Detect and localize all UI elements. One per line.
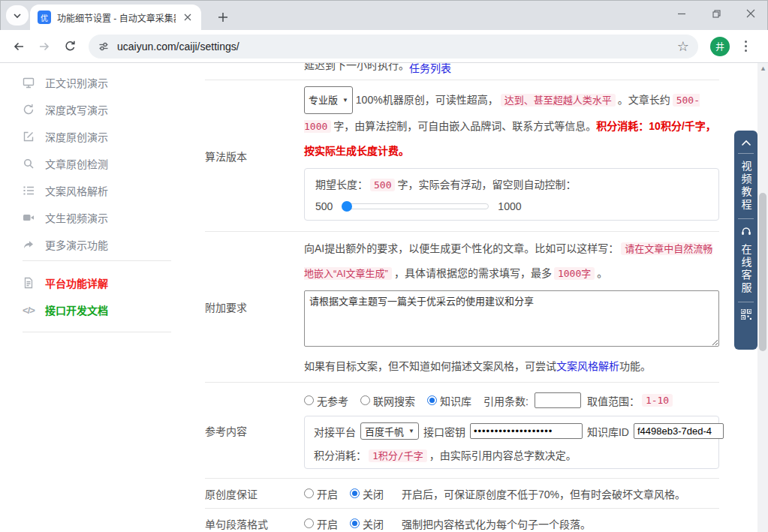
profile-avatar[interactable]: 井: [710, 37, 730, 56]
reload-button[interactable]: [57, 34, 83, 59]
row-extra-requirements: 附加要求 向AI提出额外的要求，以便生成更个性化的文章。比如可以这样写：请在文章…: [205, 232, 719, 383]
quote-count-input[interactable]: [535, 392, 581, 408]
sidebar-item-deep-original[interactable]: 深度原创演示: [23, 123, 171, 150]
reference-mode-radios: 无参考 联网搜索 知识库 引用条数: 取值范围：1-10: [304, 392, 719, 408]
url-text[interactable]: ucaiyun.com/caiji/settings/: [117, 41, 677, 53]
length-slider[interactable]: [342, 203, 489, 209]
highlight-max-chars: 1000字: [554, 267, 595, 280]
edit-icon: [23, 131, 35, 143]
slider-thumb[interactable]: [342, 201, 352, 212]
browser-tab[interactable]: 优 功能细节设置 - 自动文章采集器: [30, 5, 201, 30]
task-list-link[interactable]: 任务列表: [409, 63, 451, 74]
video-camera-icon: [23, 212, 35, 224]
refresh-icon: [23, 104, 35, 116]
search-icon: [23, 158, 35, 170]
highlight-range: 1-10: [642, 394, 673, 407]
sidebar: 正文识别演示 深度改写演示 深度原创演示 文章原创检测 文案风格解析 文生视频演…: [23, 63, 171, 335]
select-arrow-icon: ▼: [408, 428, 414, 434]
sidebar-link-api-docs[interactable]: </> 接口开发文档: [23, 296, 171, 323]
sidebar-link-platform-docs[interactable]: 平台功能详解: [23, 269, 171, 296]
plus-icon: [218, 12, 228, 23]
radio-paragraph-off[interactable]: [350, 518, 360, 528]
sidebar-item-more-demos[interactable]: 更多演示功能: [23, 231, 171, 258]
expected-length-line: 期望长度：500字，实际会有浮动，留空则自动控制：: [315, 176, 708, 191]
code-icon: </>: [23, 305, 35, 316]
radio-paragraph-on[interactable]: [304, 518, 314, 528]
row-label: 原创度保证: [205, 486, 304, 501]
page-content: 正文识别演示 深度改写演示 深度原创演示 文章原创检测 文案风格解析 文生视频演…: [0, 63, 768, 532]
radio-originality-on[interactable]: [304, 488, 314, 498]
algorithm-version-select[interactable]: 专业版▼: [304, 86, 353, 114]
row-reference-content: 参考内容 无参考 联网搜索 知识库 引用条数: 取值范围：1-10 对接平台 百…: [205, 383, 719, 479]
toggle-description: 开启后，可保证原创度不低于70%，但有时会破坏文章风格。: [402, 486, 685, 501]
sidebar-item-originality-check[interactable]: 文章原创检测: [23, 150, 171, 177]
browser-menu-button[interactable]: [734, 35, 757, 58]
scrollbar-thumb[interactable]: [759, 193, 766, 351]
slider-max-label: 1000: [498, 200, 521, 212]
restore-icon: [712, 9, 721, 19]
sidebar-item-style-analysis[interactable]: 文案风格解析: [23, 177, 171, 204]
tab-search-button[interactable]: [6, 5, 29, 26]
video-tutorial-button[interactable]: 视频教程: [741, 161, 751, 212]
radio-originality-off[interactable]: [350, 488, 360, 498]
site-settings-icon[interactable]: [98, 41, 110, 53]
forward-icon: [38, 40, 51, 53]
secret-label: 接口密钥: [423, 424, 465, 439]
toggle-description: 强制把内容格式化为每个句子一个段落。: [402, 516, 591, 531]
slider-min-label: 500: [315, 200, 333, 212]
sidebar-item-text-to-video[interactable]: 文生视频演示: [23, 204, 171, 231]
extra-requirements-textarea[interactable]: 请根据文章主题写一篇关于优采云的使用建议和分享: [304, 290, 719, 347]
knowledge-base-id-input[interactable]: [634, 423, 724, 439]
scrolled-partial-row: 延迟到下一小时执行。任务列表: [205, 63, 719, 80]
select-arrow-icon: ▼: [342, 88, 348, 113]
radio-no-reference[interactable]: [304, 395, 314, 405]
radio-knowledge-base[interactable]: [427, 395, 437, 405]
scrollbar-up-arrow[interactable]: ▲: [760, 65, 766, 71]
extra-description: 向AI提出额外的要求，以便生成更个性化的文章。比如可以这样写：请在文章中自然流畅…: [304, 236, 719, 286]
page-scrollbar[interactable]: ▲: [757, 63, 768, 532]
highlight-quality: 达到、甚至超越人类水平: [501, 94, 616, 107]
close-button[interactable]: [733, 0, 768, 27]
tab-close-icon[interactable]: [182, 11, 194, 23]
minimize-icon: [677, 9, 686, 18]
chevron-down-icon: [13, 11, 22, 20]
back-button[interactable]: [6, 34, 32, 59]
highlight-length-value: 500: [370, 179, 395, 191]
bookmark-star-icon[interactable]: ☆: [677, 40, 689, 53]
row-originality-guarantee: 原创度保证 开启 关闭 开启后，可保证原创度不低于70%，但有时会破坏文章风格。: [205, 479, 719, 509]
algorithm-description: 专业版▼ 100%机器原创，可读性超高，达到、甚至超越人类水平。文章长约500-…: [304, 86, 719, 164]
browser-toolbar: ucaiyun.com/caiji/settings/ ☆ 井: [0, 30, 768, 63]
ordered-list-icon: [23, 185, 35, 197]
kb-id-label: 知识库ID: [587, 424, 629, 439]
sidebar-item-deep-rewrite[interactable]: 深度改写演示: [23, 96, 171, 123]
radio-web-search[interactable]: [360, 395, 370, 405]
sidebar-divider: [23, 332, 171, 332]
new-tab-button[interactable]: [213, 8, 233, 27]
sidebar-item-content-recognition[interactable]: 正文识别演示: [23, 69, 171, 96]
platform-label: 对接平台: [314, 424, 356, 439]
row-label: 参考内容: [205, 383, 304, 478]
minimize-button[interactable]: [664, 0, 699, 27]
monitor-icon: [23, 77, 35, 89]
style-analysis-note: 如果有目标文案，但不知道如何描述文案风格，可尝试文案风格解析功能。: [304, 358, 719, 373]
online-service-button[interactable]: 在线客服: [741, 244, 751, 295]
qr-code-icon[interactable]: [741, 309, 751, 320]
close-icon: [746, 9, 755, 18]
style-analysis-link[interactable]: 文案风格解析: [556, 360, 619, 372]
chevron-up-icon: [741, 140, 751, 146]
restore-button[interactable]: [699, 0, 733, 27]
reload-icon: [64, 40, 77, 53]
window-controls: [664, 0, 768, 27]
headset-icon[interactable]: [740, 226, 752, 237]
tab-title: 功能细节设置 - 自动文章采集器: [57, 11, 176, 24]
forward-button[interactable]: [32, 34, 57, 59]
platform-select[interactable]: 百度千帆▼: [360, 422, 419, 440]
row-algorithm-version: 算法版本 专业版▼ 100%机器原创，可读性超高，达到、甚至超越人类水平。文章长…: [205, 80, 719, 232]
row-label: 算法版本: [205, 80, 304, 231]
knowledge-base-config-box: 对接平台 百度千帆▼ 接口密钥 知识库ID 积分消耗：1积分/千字，由实际引用内…: [304, 416, 719, 469]
address-bar[interactable]: ucaiyun.com/caiji/settings/ ☆: [89, 35, 698, 59]
api-secret-input[interactable]: [470, 423, 583, 439]
collapse-widget-button[interactable]: [741, 140, 751, 146]
row-single-sentence-paragraph: 单句段落格式 开启 关闭 强制把内容格式化为每个句子一个段落。: [205, 509, 719, 532]
back-icon: [12, 40, 26, 53]
